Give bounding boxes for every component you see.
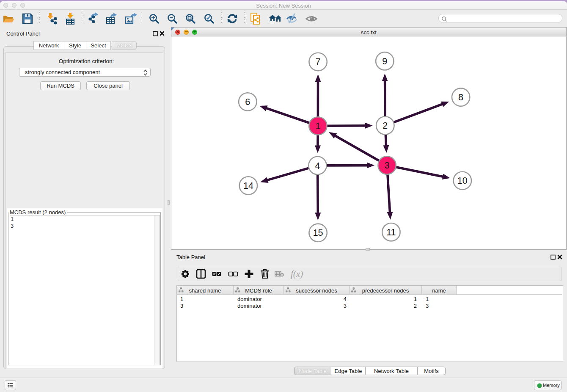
svg-text:2: 2 — [383, 121, 388, 131]
svg-text:9: 9 — [382, 56, 387, 66]
svg-text:4: 4 — [315, 161, 320, 171]
svg-text:1: 1 — [315, 121, 320, 131]
svg-text:8: 8 — [458, 92, 463, 102]
svg-text:3: 3 — [385, 160, 390, 171]
svg-text:10: 10 — [457, 176, 468, 186]
svg-text:15: 15 — [313, 228, 323, 238]
svg-text:6: 6 — [245, 97, 250, 107]
svg-text:14: 14 — [243, 181, 253, 191]
svg-text:11: 11 — [386, 227, 396, 237]
svg-text:7: 7 — [316, 57, 321, 67]
svg-text:f(x): f(x) — [291, 269, 303, 279]
